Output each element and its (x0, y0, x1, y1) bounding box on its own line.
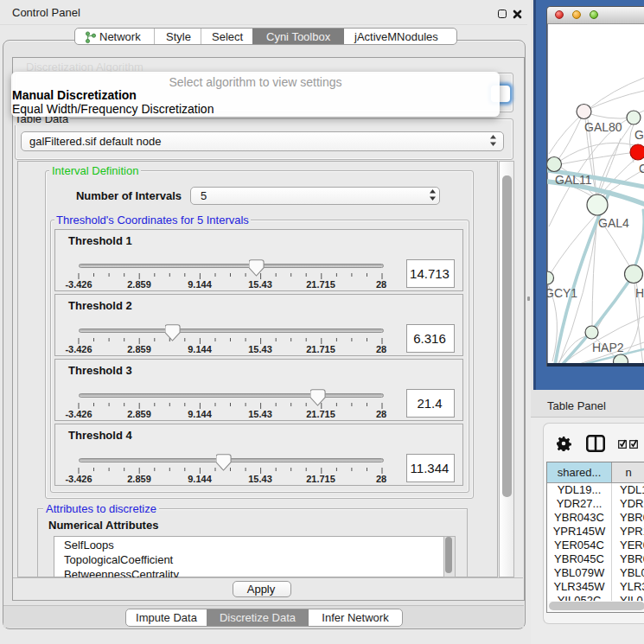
svg-text:GAL11: GAL11 (555, 173, 592, 187)
svg-text:HAP2: HAP2 (592, 341, 624, 354)
svg-text:GCY1: GCY1 (547, 286, 577, 300)
svg-text:GA: GA (634, 128, 644, 142)
svg-text:GAL4: GAL4 (598, 216, 629, 230)
svg-text:HA: HA (635, 286, 644, 300)
svg-text:GAL80: GAL80 (584, 120, 622, 134)
svg-text:C: C (639, 162, 644, 175)
